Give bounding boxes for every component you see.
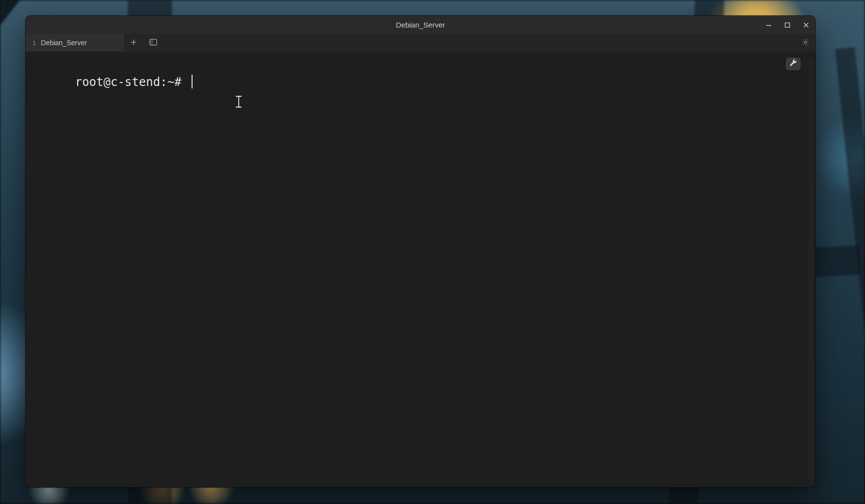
wrench-icon — [789, 59, 797, 69]
maximize-button[interactable] — [778, 16, 797, 34]
minimize-button[interactable] — [759, 16, 778, 34]
shell-prompt: root@c-stend:~# — [75, 75, 189, 89]
close-icon — [803, 22, 809, 28]
split-pane-button[interactable] — [143, 34, 163, 52]
maximize-icon — [784, 22, 790, 28]
minimize-icon — [766, 22, 772, 28]
terminal-window: Debian_Server 1 Debian_Server — [26, 16, 815, 487]
close-button[interactable] — [797, 16, 815, 34]
scrollbar[interactable] — [809, 58, 813, 480]
svg-rect-0 — [766, 25, 771, 26]
split-icon — [149, 39, 157, 47]
quick-settings-button[interactable] — [786, 57, 801, 70]
plus-icon — [130, 39, 137, 47]
new-tab-button[interactable] — [124, 34, 143, 52]
text-cursor — [192, 75, 193, 88]
window-title: Debian_Server — [26, 21, 815, 29]
tab-bar: 1 Debian_Server — [26, 34, 815, 52]
tab-label: Debian_Server — [41, 39, 86, 47]
settings-button[interactable] — [796, 34, 815, 52]
terminal-viewport[interactable]: root@c-stend:~# — [26, 52, 815, 487]
terminal-content[interactable]: root@c-stend:~# — [32, 58, 809, 480]
tab-debian-server[interactable]: 1 Debian_Server — [26, 34, 124, 52]
tab-index: 1 — [32, 39, 36, 47]
svg-rect-1 — [785, 23, 790, 27]
window-controls — [759, 16, 815, 34]
svg-rect-3 — [150, 39, 153, 45]
titlebar[interactable]: Debian_Server — [26, 16, 815, 34]
svg-point-4 — [805, 41, 807, 43]
gear-icon — [802, 38, 809, 48]
